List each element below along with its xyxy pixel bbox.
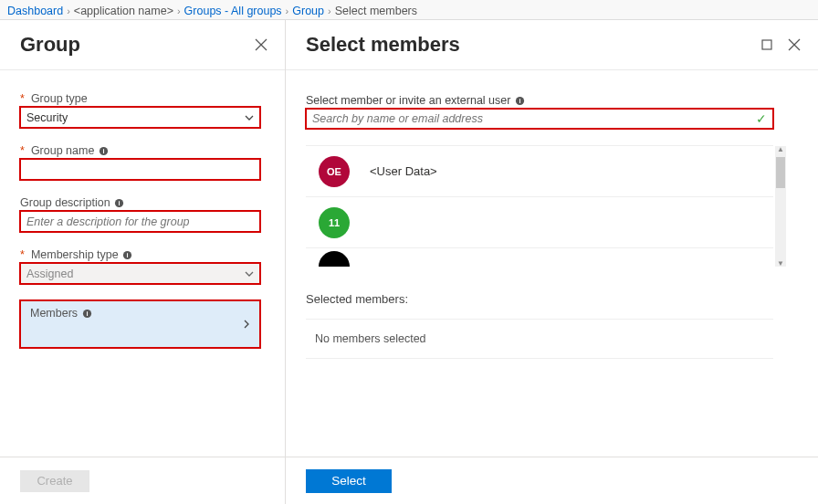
group-type-label: * Group type bbox=[20, 92, 265, 105]
group-description-label-text: Group description bbox=[20, 196, 110, 209]
group-form: * Group type Security * Group name i bbox=[0, 70, 285, 457]
user-name: <User Data> bbox=[370, 164, 437, 178]
breadcrumb-dashboard[interactable]: Dashboard bbox=[7, 5, 63, 17]
group-name-label: * Group name i bbox=[20, 144, 265, 157]
group-panel-header: Group bbox=[0, 20, 285, 70]
membership-type-label-text: Membership type bbox=[31, 248, 119, 261]
info-icon[interactable]: i bbox=[98, 145, 109, 156]
user-row[interactable] bbox=[306, 248, 773, 267]
info-icon[interactable]: i bbox=[514, 95, 525, 106]
info-icon[interactable]: i bbox=[122, 249, 133, 260]
members-label: Members bbox=[30, 307, 78, 320]
close-icon[interactable] bbox=[787, 37, 802, 52]
create-button[interactable]: Create bbox=[20, 470, 89, 492]
select-members-body: Select member or invite an external user… bbox=[286, 70, 818, 457]
chevron-right-icon: › bbox=[177, 5, 181, 16]
group-name-input[interactable] bbox=[20, 159, 260, 180]
breadcrumb-current: Select members bbox=[335, 5, 417, 17]
breadcrumb-app: <application name> bbox=[74, 5, 173, 17]
membership-type-select[interactable]: Assigned bbox=[20, 263, 260, 284]
breadcrumb: Dashboard › <application name> › Groups … bbox=[0, 0, 818, 20]
selected-members-box: No members selected bbox=[306, 319, 773, 359]
group-description-label: Group description i bbox=[20, 196, 265, 209]
select-members-header: Select members bbox=[286, 20, 818, 70]
required-icon: * bbox=[20, 144, 25, 157]
avatar: 11 bbox=[319, 207, 350, 238]
select-button[interactable]: Select bbox=[306, 469, 392, 493]
group-type-value: Security bbox=[26, 111, 68, 124]
svg-rect-10 bbox=[762, 40, 771, 49]
user-row[interactable]: 11 bbox=[306, 197, 773, 248]
group-description-input[interactable] bbox=[20, 211, 260, 232]
membership-type-label: * Membership type i bbox=[20, 248, 265, 261]
required-icon: * bbox=[20, 248, 25, 261]
search-input[interactable] bbox=[312, 112, 756, 125]
select-members-panel: Select members Select member or invite a… bbox=[286, 20, 818, 504]
chevron-down-icon bbox=[245, 111, 254, 124]
svg-text:i: i bbox=[127, 251, 129, 259]
chevron-down-icon bbox=[245, 268, 254, 280]
members-tile[interactable]: Members i bbox=[20, 300, 260, 348]
membership-type-value: Assigned bbox=[26, 268, 73, 280]
breadcrumb-group[interactable]: Group bbox=[292, 5, 324, 17]
select-members-title: Select members bbox=[306, 33, 460, 57]
search-label-text: Select member or invite an external user bbox=[306, 94, 510, 107]
close-icon[interactable] bbox=[254, 37, 268, 52]
info-icon: i bbox=[81, 308, 92, 319]
group-type-select[interactable]: Security bbox=[20, 107, 260, 128]
scroll-up-icon[interactable]: ▲ bbox=[777, 145, 784, 153]
restore-window-icon[interactable] bbox=[760, 37, 774, 52]
chevron-right-icon: › bbox=[67, 5, 70, 16]
svg-text:i: i bbox=[102, 147, 104, 155]
user-row[interactable]: OE <User Data> bbox=[306, 146, 773, 197]
group-panel-title: Group bbox=[20, 33, 80, 57]
scrollbar[interactable]: ▲ ▼ bbox=[775, 146, 786, 267]
required-icon: * bbox=[20, 92, 25, 105]
svg-text:i: i bbox=[119, 199, 121, 207]
group-panel-footer: Create bbox=[0, 457, 285, 504]
avatar bbox=[319, 251, 350, 267]
chevron-right-icon: › bbox=[286, 5, 289, 16]
chevron-right-icon: › bbox=[328, 5, 331, 16]
breadcrumb-groups[interactable]: Groups - All groups bbox=[184, 5, 282, 17]
selected-members-header: Selected members: bbox=[306, 292, 798, 306]
search-label: Select member or invite an external user… bbox=[306, 94, 798, 107]
scroll-down-icon[interactable]: ▼ bbox=[777, 259, 784, 268]
checkmark-icon: ✓ bbox=[756, 111, 767, 126]
chevron-right-icon bbox=[244, 317, 250, 331]
group-panel: Group * Group type Security * bbox=[0, 20, 286, 504]
svg-text:i: i bbox=[519, 97, 520, 105]
info-icon[interactable]: i bbox=[114, 197, 125, 208]
avatar: OE bbox=[319, 156, 350, 187]
select-members-footer: Select bbox=[286, 457, 818, 504]
svg-text:i: i bbox=[86, 310, 88, 318]
user-list: OE <User Data> 11 ▲ ▼ bbox=[306, 145, 773, 267]
group-name-label-text: Group name bbox=[31, 144, 94, 157]
scroll-thumb[interactable] bbox=[776, 157, 785, 188]
search-input-wrap[interactable]: ✓ bbox=[306, 109, 773, 129]
group-type-label-text: Group type bbox=[31, 92, 88, 105]
